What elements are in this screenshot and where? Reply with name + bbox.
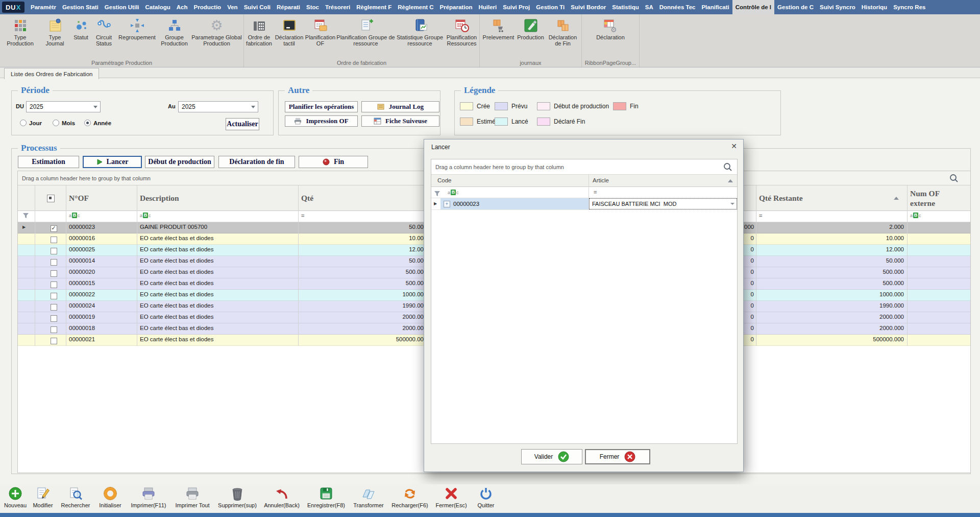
ribbon-item-declaration-de-fin[interactable]: Déclaration de Fin [546, 17, 580, 47]
ribbon-item-groupe-production[interactable]: Groupe Production [158, 17, 191, 47]
row-checkbox[interactable] [51, 259, 57, 266]
select-all-checkbox[interactable] [47, 195, 55, 202]
quitter-button[interactable]: Quitter [471, 486, 501, 508]
ribbon-item-prelevement[interactable]: Prelevement [482, 17, 516, 40]
du-year-combobox[interactable]: 2025 [26, 101, 101, 112]
row-checkbox[interactable] [51, 270, 57, 277]
column-header-description[interactable]: Description [140, 194, 179, 203]
menu-tab[interactable]: Gestion Utili [102, 0, 142, 14]
row-checkbox[interactable] [51, 326, 57, 333]
menu-tab[interactable]: Syncro Res [890, 0, 928, 14]
tab-liste-des-ordres-de-fabrication[interactable]: Liste des Ordres de Fabrication [4, 68, 99, 79]
dialog-group-by-panel[interactable]: Drag a column header here to group by th… [431, 159, 737, 175]
menu-tab[interactable]: Suivi Bordor [568, 0, 609, 14]
row-checkbox[interactable] [51, 304, 57, 311]
menu-tab[interactable]: Gestion Stati [59, 0, 102, 14]
column-header-qte-restante[interactable]: Qté Restante [759, 194, 803, 203]
search-icon[interactable] [723, 162, 733, 174]
menu-tab[interactable]: Trésoreri [322, 0, 353, 14]
imprimer-tout-button[interactable]: Imprimer Tout [170, 486, 214, 508]
au-year-combobox[interactable]: 2025 [178, 101, 258, 112]
column-header-code[interactable]: Code [437, 177, 452, 183]
ribbon-item-statut[interactable]: Statut [71, 17, 91, 40]
dialog-table-row[interactable]: ▶ + 00000023 FAISCEAU BATTERIE MCI MOD [431, 198, 737, 210]
impression-of-button[interactable]: Impression OF [285, 115, 358, 127]
enregistrer-button[interactable]: Enregistrer(F8) [303, 486, 349, 508]
close-icon[interactable]: ✕ [731, 143, 737, 150]
menu-tab[interactable]: Suivi Syncro [817, 0, 859, 14]
abc-filter-icon[interactable]: aBc [448, 190, 459, 195]
menu-tab[interactable]: Paramètr [28, 0, 59, 14]
menu-tab[interactable]: Ach [174, 0, 191, 14]
supprimer-button[interactable]: Supprimer(sup) [214, 486, 260, 508]
row-checkbox[interactable] [51, 315, 57, 322]
estimation-button[interactable]: Estimation [18, 156, 79, 168]
column-header-article[interactable]: Article [593, 177, 609, 183]
abc-filter-icon[interactable]: aBc [910, 213, 921, 218]
fermer-button[interactable]: Fermer [585, 449, 650, 464]
cell-code[interactable]: + 00000023 [440, 198, 589, 209]
ribbon-item-statistique-groupe-ressource[interactable]: Statistique Groupe ressource [396, 17, 445, 47]
equals-filter-icon[interactable]: = [759, 213, 762, 219]
menu-tab[interactable]: Stoc [303, 0, 322, 14]
initialiser-button[interactable]: Initialiser [94, 486, 127, 508]
abc-filter-icon[interactable]: aBc [140, 213, 151, 218]
debut-de-production-button[interactable]: Début de production [145, 156, 214, 168]
article-dropdown-editor[interactable]: FAISCEAU BATTERIE MCI MOD [589, 198, 737, 209]
ribbon-item-parametrage-global-production[interactable]: ⚙ Parametrage Global Production [191, 17, 242, 47]
menu-tab[interactable]: Planificati [698, 0, 732, 14]
expand-plus-icon[interactable]: + [444, 201, 450, 207]
ribbon-item-declaration-tactil[interactable]: Déclaration tactil [274, 17, 305, 47]
radio-mois[interactable]: Mois [53, 120, 75, 126]
actualiser-button[interactable]: Actualiser [226, 118, 259, 130]
menu-tab[interactable]: Suivi Proj [500, 0, 533, 14]
ribbon-item-planification-groupe-de-ressource[interactable]: Planification Groupe de ressource [336, 17, 396, 47]
row-checkbox[interactable] [51, 248, 57, 254]
column-header-nof[interactable]: N°OF [69, 194, 89, 203]
fiche-suiveuse-button[interactable]: Fiche Suiveuse [361, 115, 439, 127]
menu-tab[interactable]: Gestion Ti [533, 0, 568, 14]
rechercher-button[interactable]: Rechercher [57, 486, 94, 508]
row-checkbox[interactable] [51, 281, 57, 288]
radio-annee[interactable]: Année [84, 120, 111, 126]
row-checkbox[interactable] [51, 225, 57, 232]
abc-filter-icon[interactable]: aBc [69, 213, 80, 218]
valider-button[interactable]: Valider [521, 449, 582, 464]
ribbon-item-ordre-de-fabrication[interactable]: Ordre de fabrication [244, 17, 274, 47]
menu-tab[interactable]: Règlement C [395, 0, 436, 14]
equals-filter-icon[interactable]: = [594, 189, 597, 195]
column-header-num-of-externe[interactable]: Num OF externe [910, 189, 966, 208]
menu-tab[interactable]: Suivi Coli [241, 0, 274, 14]
modifier-button[interactable]: Modifier [29, 486, 57, 508]
menu-tab[interactable]: Réparati [274, 0, 303, 14]
ribbon-item-regroupement[interactable]: Regroupement [117, 17, 158, 40]
equals-filter-icon[interactable]: = [301, 213, 304, 219]
row-checkbox[interactable] [51, 293, 57, 299]
menu-tab[interactable]: Règlement F [353, 0, 395, 14]
menu-tab[interactable]: Ven [224, 0, 240, 14]
ribbon-item-planification-ressources[interactable]: Planification Ressources [445, 17, 479, 47]
menu-tab[interactable]: Données Tec [656, 0, 699, 14]
fin-button[interactable]: Fin [299, 156, 368, 168]
menu-tab[interactable]: Catalogu [142, 0, 174, 14]
imprimer-f11-button[interactable]: Imprimer(F11) [127, 486, 170, 508]
fermer-esc-button[interactable]: Fermer(Esc) [432, 486, 471, 508]
transformer-button[interactable]: Transformer [349, 486, 388, 508]
ribbon-item-type-production[interactable]: Type Production [2, 17, 39, 47]
annuler-button[interactable]: Annuler(Back) [260, 486, 303, 508]
search-icon[interactable] [949, 173, 959, 185]
planifier-les-operations-button[interactable]: Planifier les opérations [285, 101, 358, 112]
menu-tab[interactable]: SA [642, 0, 656, 14]
row-checkbox[interactable] [51, 237, 57, 243]
column-header-qte[interactable]: Qté [301, 194, 313, 203]
menu-tab[interactable]: Productio [190, 0, 224, 14]
menu-tab[interactable]: Historiqu [859, 0, 890, 14]
menu-tab[interactable]: Préparation [437, 0, 476, 14]
filter-funnel-icon[interactable] [22, 213, 29, 220]
recharger-button[interactable]: Recharger(F6) [388, 486, 432, 508]
dialog-title-bar[interactable]: Lancer [424, 139, 743, 155]
declaration-de-fin-button[interactable]: Déclaration de fin [218, 156, 295, 168]
ribbon-item-circuit-status[interactable]: Circuit Status [91, 17, 117, 47]
lancer-button[interactable]: Lancer [83, 156, 142, 168]
menu-tab[interactable]: Statistiqu [609, 0, 642, 14]
